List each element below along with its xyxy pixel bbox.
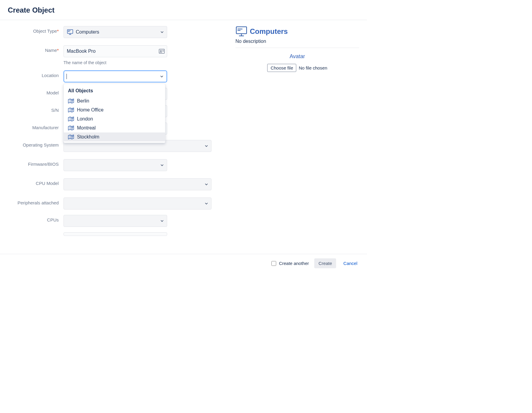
chevron-down-icon	[160, 219, 164, 223]
chevron-down-icon	[205, 144, 208, 148]
location-option[interactable]: London	[64, 114, 165, 123]
chevron-down-icon	[160, 75, 164, 78]
text-caret	[66, 74, 67, 79]
contact-card-icon	[159, 49, 165, 54]
location-select[interactable]	[64, 70, 167, 82]
manufacturer-label: Manufacturer	[8, 123, 64, 130]
location-option-label: Stockholm	[77, 134, 99, 140]
create-button[interactable]: Create	[314, 258, 336, 268]
dropdown-header: All Objects	[64, 86, 165, 97]
location-option[interactable]: Stockholm	[64, 132, 165, 141]
chevron-down-icon	[160, 163, 164, 167]
object-type-value: Computers	[76, 29, 99, 35]
location-label: Location	[8, 70, 64, 78]
dialog-header: Create Object	[0, 0, 367, 20]
os-label: Operating System	[8, 140, 64, 147]
file-status: No file chosen	[299, 65, 327, 70]
name-label: Name*	[8, 45, 64, 53]
cpus-label: CPUs	[8, 215, 64, 222]
chevron-down-icon	[205, 202, 208, 205]
location-option-label: Home Office	[77, 107, 104, 113]
name-helptext: The name of the object	[64, 60, 167, 65]
avatar-label: Avatar	[235, 53, 359, 60]
create-another-checkbox[interactable]	[271, 261, 276, 266]
map-pin-icon	[68, 107, 74, 113]
chevron-down-icon	[160, 30, 164, 34]
map-pin-icon	[68, 98, 74, 104]
svg-point-9	[72, 100, 73, 101]
create-another-label: Create another	[279, 261, 309, 266]
location-option[interactable]: Montreal	[64, 123, 165, 132]
create-another-wrap[interactable]: Create another	[270, 260, 309, 267]
chevron-down-icon	[205, 183, 208, 186]
map-pin-icon	[68, 116, 74, 122]
name-input[interactable]	[64, 45, 167, 57]
object-type-description: No description	[235, 39, 359, 44]
svg-point-10	[72, 108, 73, 110]
dialog-title: Create Object	[8, 6, 359, 14]
location-option-label: Berlin	[77, 98, 89, 104]
map-pin-icon	[68, 134, 74, 140]
peripherals-select[interactable]	[64, 198, 211, 209]
peripherals-label: Peripherals attached	[8, 198, 64, 206]
form-column: Object Type*	[8, 26, 217, 254]
svg-point-11	[72, 117, 73, 119]
location-option-label: Montreal	[77, 125, 96, 131]
svg-point-6	[160, 50, 161, 52]
cpus-select[interactable]	[64, 215, 167, 227]
map-pin-icon	[68, 125, 74, 131]
svg-point-12	[72, 126, 73, 128]
computer-icon	[67, 29, 73, 35]
computer-icon	[235, 26, 247, 37]
location-dropdown: All Objects BerlinHome OfficeLondonMontr…	[64, 84, 165, 143]
firmware-select[interactable]	[64, 159, 167, 171]
dialog-footer: Create another Create Cancel	[0, 254, 367, 272]
choose-file-button[interactable]: Choose file	[267, 64, 296, 72]
cancel-button[interactable]: Cancel	[341, 260, 359, 266]
location-option[interactable]: Home Office	[64, 105, 165, 114]
svg-point-13	[72, 135, 73, 137]
location-option-label: London	[77, 116, 93, 122]
sidebar-panel: Computers No description Avatar Choose f…	[229, 26, 359, 254]
cpu-model-label: CPU Model	[8, 178, 64, 186]
create-object-dialog: Create Object Object Type*	[0, 0, 367, 272]
object-type-label: Object Type*	[8, 26, 64, 34]
firmware-label: Firmware/BIOS	[8, 159, 64, 167]
cutoff-label	[8, 232, 64, 235]
cutoff-field[interactable]	[64, 232, 167, 236]
object-type-title: Computers	[250, 27, 288, 36]
model-label: Model	[8, 88, 64, 95]
cpu-model-select[interactable]	[64, 178, 211, 190]
location-option[interactable]: Berlin	[64, 97, 165, 105]
sn-label: S/N	[8, 105, 64, 113]
object-type-select[interactable]: Computers	[64, 26, 167, 38]
